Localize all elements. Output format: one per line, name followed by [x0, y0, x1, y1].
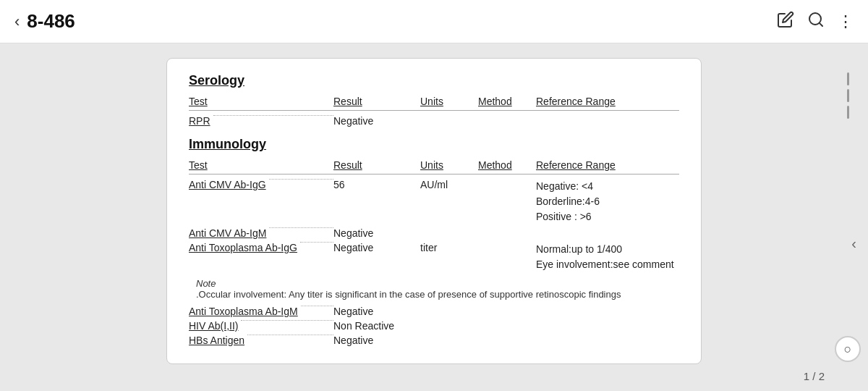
serology-col-test: Test [189, 96, 333, 107]
top-bar: ‹ 8-486 ⋮ [0, 0, 868, 43]
imm-col-refrange: Reference Range [536, 159, 679, 171]
sidebar-handle [847, 72, 849, 119]
toxo-igg-refrange: Normal:up to 1/400 Eye involvement:see c… [536, 242, 679, 272]
serology-header-row: Test Result Units Method Reference Range [189, 96, 679, 111]
toxo-igg-result: Negative [333, 242, 420, 253]
serology-rpr-test: RPR [189, 115, 333, 127]
search-icon[interactable] [807, 11, 825, 33]
table-row: Anti Toxoplasma Ab-IgM Negative [189, 306, 679, 317]
toxo-igg-test: Anti Toxoplasma Ab-IgG [189, 242, 333, 253]
table-row: Anti CMV Ab-IgM Negative [189, 227, 679, 239]
lab-card: Serology Test Result Units Method Refere… [166, 58, 702, 364]
table-row: RPR Negative [189, 115, 679, 127]
immunology-section: Immunology Test Result Units Method Refe… [189, 137, 679, 346]
table-row: HIV Ab(I,II) Non Reactive [189, 320, 679, 332]
note-text: .Occular involvement: Any titer is signi… [196, 289, 621, 300]
table-row: Anti CMV Ab-IgG 56 AU/ml Negative: <4 Bo… [189, 179, 679, 224]
right-sidebar: ○ [835, 43, 861, 391]
serology-col-method: Method [478, 96, 536, 107]
serology-col-units: Units [420, 96, 478, 107]
cmv-igm-result: Negative [333, 227, 420, 239]
imm-col-test: Test [189, 159, 333, 171]
edit-icon[interactable] [777, 11, 794, 33]
main-area: ○ ‹ Serology Test Result Units Method Re… [0, 43, 868, 391]
hiv-result: Non Reactive [333, 320, 420, 332]
pagination: 1 / 2 [804, 370, 825, 382]
page-title: 8-486 [27, 10, 777, 33]
table-row: Anti Toxoplasma Ab-IgG Negative titer No… [189, 242, 679, 272]
cmv-igg-result: 56 [333, 179, 420, 190]
immunology-heading: Immunology [189, 137, 679, 152]
hbs-result: Negative [333, 335, 420, 346]
imm-col-method: Method [478, 159, 536, 171]
svg-line-1 [820, 22, 822, 25]
note-label: Note [196, 278, 216, 289]
top-icons: ⋮ [777, 11, 854, 33]
circle-button: ○ [835, 336, 861, 362]
more-icon[interactable]: ⋮ [838, 12, 854, 31]
serology-heading: Serology [189, 73, 679, 88]
toxo-igg-units: titer [420, 242, 478, 253]
imm-col-result: Result [333, 159, 420, 171]
hbs-test: HBs Antigen [189, 335, 333, 346]
table-row: HBs Antigen Negative [189, 335, 679, 346]
serology-col-result: Result [333, 96, 420, 107]
serology-rpr-result: Negative [333, 115, 420, 127]
immunology-header-row: Test Result Units Method Reference Range [189, 159, 679, 175]
chevron-right-icon[interactable]: ‹ [851, 235, 856, 252]
back-button[interactable]: ‹ [14, 12, 20, 31]
imm-col-units: Units [420, 159, 478, 171]
hiv-test: HIV Ab(I,II) [189, 320, 333, 332]
serology-section: Serology Test Result Units Method Refere… [189, 73, 679, 127]
cmv-igg-units: AU/ml [420, 179, 478, 190]
toxo-igm-test: Anti Toxoplasma Ab-IgM [189, 306, 333, 317]
cmv-igg-refrange: Negative: <4 Borderline:4-6 Positive : >… [536, 179, 679, 224]
toxo-igm-result: Negative [333, 306, 420, 317]
cmv-igm-test: Anti CMV Ab-IgM [189, 227, 333, 239]
serology-col-refrange: Reference Range [536, 96, 679, 107]
note-block: Note .Occular involvement: Any titer is … [196, 278, 679, 300]
cmv-igg-test: Anti CMV Ab-IgG [189, 179, 333, 190]
